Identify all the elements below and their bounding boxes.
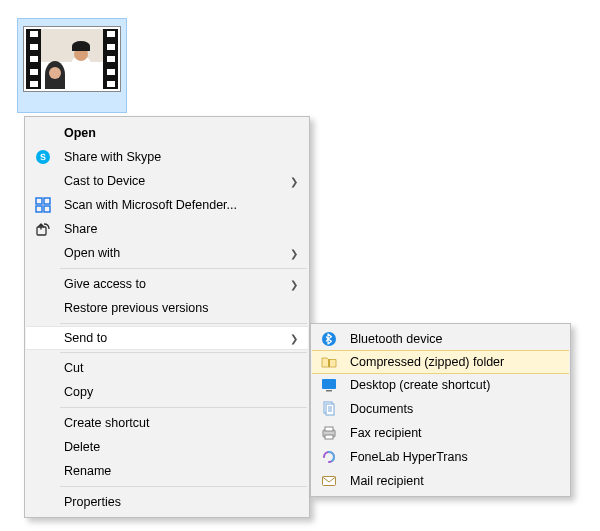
menu-copy-label: Copy [54,385,298,399]
zip-folder-icon [318,354,340,370]
bluetooth-icon [318,331,340,347]
svg-rect-8 [322,379,336,389]
submenu-documents[interactable]: Documents [312,397,569,421]
menu-cut[interactable]: Cut [26,356,308,380]
menu-share-skype[interactable]: Share with Skype [26,145,308,169]
submenu-fonelab-label: FoneLab HyperTrans [340,450,559,464]
submenu-compressed[interactable]: Compressed (zipped) folder [312,350,569,374]
svg-rect-4 [44,206,50,212]
chevron-right-icon: ❯ [290,176,298,187]
desktop-icon [318,377,340,393]
menu-create-shortcut-label: Create shortcut [54,416,298,430]
defender-icon [32,197,54,213]
separator [60,486,307,487]
menu-properties[interactable]: Properties [26,490,308,514]
menu-restore-label: Restore previous versions [54,301,298,315]
submenu-documents-label: Documents [340,402,559,416]
submenu-desktop-label: Desktop (create shortcut) [340,378,559,392]
svg-rect-7 [328,359,330,367]
submenu-fonelab[interactable]: FoneLab HyperTrans [312,445,569,469]
submenu-fax[interactable]: Fax recipient [312,421,569,445]
menu-share-label: Share [54,222,298,236]
svg-rect-1 [36,198,42,204]
chevron-right-icon: ❯ [290,333,298,344]
context-menu: Open Share with Skype Cast to Device ❯ S… [24,116,310,518]
menu-delete-label: Delete [54,440,298,454]
documents-icon [318,401,340,417]
send-to-submenu: Bluetooth device Compressed (zipped) fol… [310,323,571,497]
menu-rename-label: Rename [54,464,298,478]
chevron-right-icon: ❯ [290,279,298,290]
menu-open-label: Open [54,126,298,140]
chevron-right-icon: ❯ [290,248,298,259]
svg-rect-18 [323,477,336,486]
menu-cast[interactable]: Cast to Device ❯ [26,169,308,193]
menu-send-to[interactable]: Send to ❯ [26,326,308,350]
menu-send-to-label: Send to [54,331,284,345]
menu-properties-label: Properties [54,495,298,509]
skype-icon [32,149,54,165]
menu-defender-label: Scan with Microsoft Defender... [54,198,298,212]
submenu-desktop[interactable]: Desktop (create shortcut) [312,373,569,397]
video-thumbnail [24,27,120,91]
svg-rect-17 [325,435,333,439]
menu-give-access-label: Give access to [54,277,284,291]
menu-share-skype-label: Share with Skype [54,150,298,164]
submenu-bluetooth[interactable]: Bluetooth device [312,327,569,351]
svg-rect-2 [44,198,50,204]
separator [60,323,307,324]
svg-rect-16 [325,427,333,431]
svg-rect-3 [36,206,42,212]
submenu-compressed-label: Compressed (zipped) folder [340,355,559,369]
fonelab-icon [318,449,340,465]
menu-copy[interactable]: Copy [26,380,308,404]
menu-open-with-label: Open with [54,246,284,260]
menu-give-access[interactable]: Give access to ❯ [26,272,308,296]
menu-cut-label: Cut [54,361,298,375]
menu-rename[interactable]: Rename [26,459,308,483]
submenu-bluetooth-label: Bluetooth device [340,332,559,346]
svg-rect-9 [326,390,332,392]
submenu-mail-label: Mail recipient [340,474,559,488]
menu-cast-label: Cast to Device [54,174,284,188]
selected-video-file[interactable] [17,18,127,113]
fax-icon [318,425,340,441]
menu-share[interactable]: Share [26,217,308,241]
menu-create-shortcut[interactable]: Create shortcut [26,411,308,435]
menu-delete[interactable]: Delete [26,435,308,459]
separator [60,268,307,269]
menu-defender[interactable]: Scan with Microsoft Defender... [26,193,308,217]
menu-restore[interactable]: Restore previous versions [26,296,308,320]
separator [60,407,307,408]
share-icon [32,221,54,237]
submenu-mail[interactable]: Mail recipient [312,469,569,493]
menu-open[interactable]: Open [26,120,308,145]
submenu-fax-label: Fax recipient [340,426,559,440]
mail-icon [318,473,340,489]
separator [60,352,307,353]
menu-open-with[interactable]: Open with ❯ [26,241,308,265]
